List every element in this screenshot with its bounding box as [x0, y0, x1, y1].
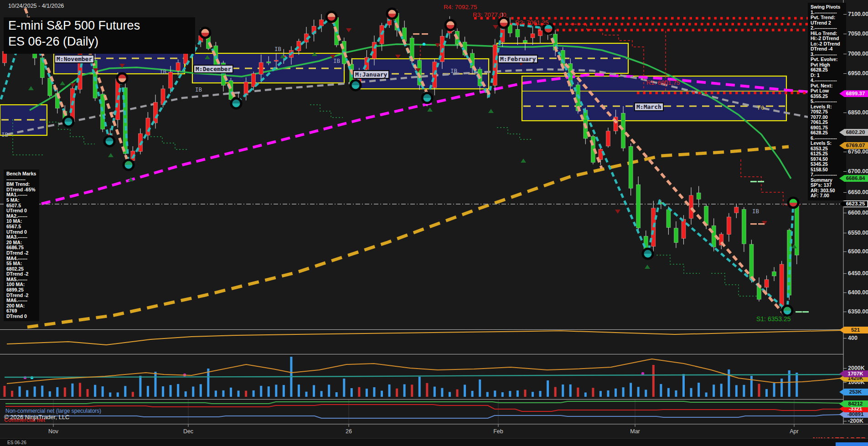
swing-pivots-panel: Swing Pivots1.--------------Pvt. Trend:U… [808, 3, 846, 200]
panel-line: 4.-------------- [811, 78, 843, 83]
panel-line: Swing Pivots [811, 5, 843, 10]
axis-tick-mark [843, 54, 847, 54]
ib-label: IB [195, 86, 202, 93]
panel-line: 6567.5 [6, 224, 36, 230]
month-label: M:November [54, 55, 94, 63]
price-badge: 84212 [839, 400, 868, 407]
axis-tick-mark [843, 192, 847, 193]
date-label: Mar [630, 428, 640, 435]
axis-tick-label: 6950.00 [848, 70, 868, 77]
panel-line: Pvt Low [811, 88, 843, 94]
axis-tick-label: 6450.00 [848, 270, 868, 277]
axis-tick-mark [843, 34, 847, 34]
axis-tick-mark [843, 14, 847, 15]
date-label: Apr [790, 428, 798, 435]
date-label: Feb [493, 428, 503, 435]
panel-line: Pvt. Evolve: [811, 57, 843, 62]
panel-line: 2.-------------- [811, 26, 843, 31]
axis-tick-label: 6500.00 [848, 248, 868, 255]
axis-tick-label: 6750.00 [848, 149, 868, 155]
ib-label: IB [274, 46, 281, 52]
panel-line: DTrend -4 [811, 46, 843, 52]
title-block: E-mini S&P 500 Futures ES 06-26 (Daily) [4, 17, 195, 54]
axis-tick-label: 6600.00 [848, 210, 868, 216]
price-badge: 6802.20 [839, 129, 868, 136]
copyright-label: © 2026 NinjaTrader, LLC [4, 414, 70, 420]
ib-label: IB [160, 68, 166, 75]
month-label: M:February [498, 55, 538, 63]
axis-tick-mark [843, 233, 847, 233]
panel-line: Pvt. Trend: [811, 15, 843, 21]
panel-line: 6125.25 [811, 151, 843, 157]
axis-tick-label: 6550.00 [848, 230, 868, 236]
panel-line: 6899.25 [6, 287, 36, 293]
panel-line: Levels S: [811, 141, 843, 146]
ib-label: IB [752, 208, 759, 215]
axis-tick-label: 400 [848, 335, 858, 341]
axis-tick-label: 7100.00 [848, 11, 868, 17]
panel-line: AF: 7.00 [811, 193, 843, 199]
level-annotation: S1: 6353.25 [756, 315, 791, 323]
axis-tick-mark [843, 273, 847, 274]
axis-tick-label: 6650.00 [848, 189, 868, 195]
date-range-label: 10/24/2025 - 4/1/2026 [8, 3, 64, 9]
date-label: Dec [183, 428, 193, 435]
panel-line: MA3.------ [6, 235, 36, 240]
axis-tick-mark [843, 251, 847, 252]
price-badge: 6623.25 [839, 200, 868, 207]
ninjatrader-chart-window: 10/24/2025 - 4/1/2026 E-mini S&P 500 Fut… [0, 0, 868, 446]
axis-tick-mark [843, 113, 847, 113]
panel-line: Hi:-2 DTrend [811, 36, 843, 41]
f0-label: F0 [758, 105, 764, 111]
bench-marks-panel: Bench Marks------------BM Trend:DTrend -… [4, 169, 39, 321]
panel-line: DTrend -2 [6, 251, 36, 256]
ib-label: IB [1, 131, 8, 138]
axis-tick-label: 6850.00 [848, 109, 868, 116]
panel-line: 5 MA: [6, 198, 36, 203]
axis-tick-mark [843, 338, 847, 338]
tab-strip: ES 06-26 [0, 438, 868, 446]
axis-tick-label: 7000.00 [848, 51, 868, 57]
instrument-title: E-mini S&P 500 Futures [8, 19, 140, 33]
axis-tick-mark [843, 312, 847, 312]
panel-line: DTrend 0 [6, 314, 36, 319]
tab-es-06-26[interactable]: ES 06-26 [7, 440, 26, 445]
axis-tick-label: 2000K [848, 365, 865, 371]
price-badge: 521 [839, 327, 868, 333]
axis-tick-label: -200K [848, 418, 863, 424]
axis-tick-label: 6400.00 [848, 289, 868, 296]
axis-tick-label: 6350.00 [848, 308, 868, 315]
level-annotation: R4: 7092.75 [444, 4, 477, 10]
axis-tick-label: 7050.00 [848, 31, 868, 37]
panel-line: 7092.75 [811, 109, 843, 115]
contract-title: ES 06-26 (Daily) [8, 35, 98, 49]
axis-tick-mark [843, 421, 847, 421]
level-annotation: R1: 6901.75 [646, 79, 680, 86]
panel-line: 7061.25 [811, 120, 843, 125]
date-label: 26 [346, 428, 352, 435]
date-label: Nov [48, 428, 58, 435]
panel-line: 5345.25 [811, 162, 843, 167]
cot-noncommercial-label: Non-commercial net (large speculators) [5, 408, 101, 414]
panel-line: 55 MA: [6, 261, 36, 267]
month-label: M:January [353, 70, 389, 79]
price-badge: 253K [839, 389, 868, 395]
chart-overlays: 10/24/2025 - 4/1/2026 E-mini S&P 500 Fut… [0, 0, 868, 446]
axis-tick-mark [843, 213, 847, 213]
panel-line: SP's: 137 [811, 183, 843, 188]
panel-line: 5.-------------- [811, 99, 843, 104]
axis-tick-label: 6700.00 [848, 168, 868, 174]
axis-tick-mark [843, 382, 847, 383]
axis-tick-mark [843, 152, 847, 152]
month-label: M:March [634, 103, 664, 111]
price-badge: 6686.84 [839, 175, 868, 182]
panel-line: 6628.25 [811, 67, 843, 73]
ib-label: IB [450, 67, 457, 74]
price-badge: 1707K [839, 370, 868, 377]
axis-tick-mark [843, 73, 847, 74]
level-annotation: R2: 7061.25 [515, 19, 549, 26]
axis-tick-mark [843, 292, 847, 293]
axis-tick-mark [843, 368, 847, 369]
horizontal-scrollbar[interactable] [836, 442, 868, 446]
panel-line: 7.-------------- [811, 172, 843, 178]
